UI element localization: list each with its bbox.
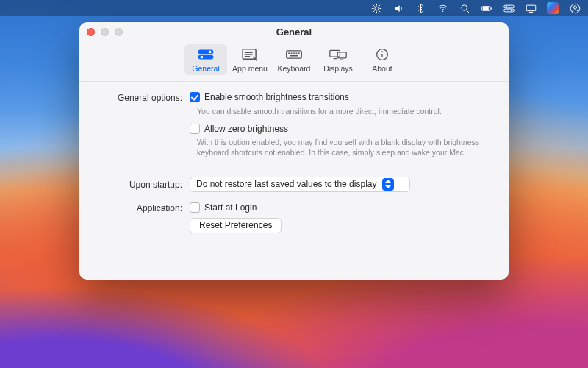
svg-point-22 xyxy=(573,5,576,8)
svg-rect-19 xyxy=(526,5,536,11)
tab-label: Displays xyxy=(323,64,353,73)
control-center-icon[interactable] xyxy=(503,2,514,14)
svg-point-44 xyxy=(381,51,383,52)
info-icon xyxy=(373,47,392,62)
close-window-button[interactable] xyxy=(87,28,95,36)
section-label-general-options: General options: xyxy=(94,92,190,103)
keyboard-icon xyxy=(284,47,304,62)
reset-preferences-button[interactable]: Reset Preferences xyxy=(190,218,282,233)
tab-displays[interactable]: Displays xyxy=(317,44,359,75)
section-label-startup: Upon startup: xyxy=(94,179,190,190)
preferences-content: General options: Enable smooth brightnes… xyxy=(79,82,509,245)
svg-rect-14 xyxy=(482,7,488,9)
option-label: Enable smooth brightness transitions xyxy=(204,92,349,102)
tab-label: App menu xyxy=(232,64,268,73)
minimize-window-button[interactable] xyxy=(101,28,109,36)
option-start-at-login[interactable]: Start at Login xyxy=(190,202,494,213)
svg-point-26 xyxy=(200,56,203,59)
select-value: Do not restore last saved values to the … xyxy=(196,179,376,189)
volume-icon[interactable] xyxy=(392,2,404,14)
checkbox-icon xyxy=(190,202,200,213)
displays-icon xyxy=(329,47,348,62)
svg-point-17 xyxy=(505,5,507,7)
tab-general[interactable]: General xyxy=(184,44,227,75)
svg-line-7 xyxy=(373,10,374,11)
tab-label: General xyxy=(192,64,219,73)
help-text: With this option enabled, you may find y… xyxy=(94,137,494,158)
svg-line-11 xyxy=(466,10,469,13)
svg-line-6 xyxy=(379,10,379,11)
option-label: Allow zero brightness xyxy=(204,124,288,134)
svg-point-0 xyxy=(375,7,379,10)
svg-rect-13 xyxy=(490,7,491,9)
tab-keyboard[interactable]: Keyboard xyxy=(273,44,315,75)
startup-behavior-select[interactable]: Do not restore last saved values to the … xyxy=(190,177,410,192)
battery-icon[interactable] xyxy=(481,2,492,14)
tab-label: About xyxy=(372,64,392,73)
svg-rect-31 xyxy=(287,51,302,58)
tab-about[interactable]: About xyxy=(361,44,404,75)
search-icon[interactable] xyxy=(459,2,470,14)
svg-line-8 xyxy=(379,5,379,6)
svg-point-18 xyxy=(511,9,513,11)
preferences-toolbar: General App menu Keyboard Displays About xyxy=(79,41,509,82)
tab-label: Keyboard xyxy=(278,64,311,73)
toggle-icon xyxy=(196,47,215,62)
checkbox-icon xyxy=(190,92,200,102)
window-title: General xyxy=(276,26,312,38)
svg-rect-38 xyxy=(330,50,340,57)
tab-app-menu[interactable]: App menu xyxy=(229,44,271,75)
brightness-icon[interactable] xyxy=(370,2,382,14)
window-controls xyxy=(87,28,123,36)
desktop-icon[interactable] xyxy=(525,2,537,14)
wifi-icon[interactable] xyxy=(437,2,448,14)
option-label: Start at Login xyxy=(204,202,257,213)
svg-point-9 xyxy=(442,10,443,12)
option-smooth-transitions[interactable]: Enable smooth brightness transitions xyxy=(190,92,494,102)
menu-bar xyxy=(0,0,588,16)
checkbox-icon xyxy=(190,124,200,134)
section-label-application: Application: xyxy=(94,202,190,213)
help-text: You can disable smooth transitions for a… xyxy=(94,106,494,116)
menu-icon xyxy=(240,47,259,62)
section-divider xyxy=(94,166,494,166)
svg-line-5 xyxy=(373,5,374,6)
chevron-up-down-icon xyxy=(382,178,394,191)
svg-point-10 xyxy=(461,4,467,10)
button-label: Reset Preferences xyxy=(199,220,272,230)
window-titlebar: General xyxy=(79,22,509,41)
bluetooth-icon[interactable] xyxy=(415,2,426,14)
option-zero-brightness[interactable]: Allow zero brightness xyxy=(190,124,494,134)
preferences-window: General General App menu Keyboard Displa… xyxy=(79,22,509,280)
zoom-window-button[interactable] xyxy=(115,28,123,36)
user-icon[interactable] xyxy=(569,2,581,14)
siri-icon[interactable] xyxy=(547,2,559,14)
svg-point-25 xyxy=(209,50,212,53)
